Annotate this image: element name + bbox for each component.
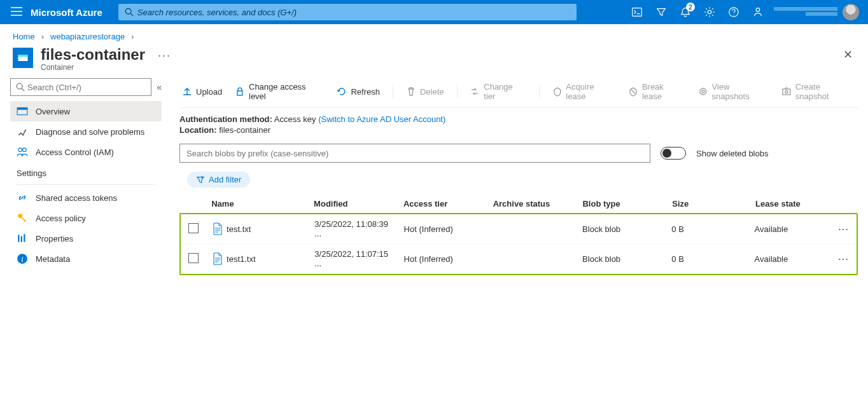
props-icon	[17, 233, 28, 244]
svg-point-0	[125, 8, 131, 14]
sidebar-item-metadata[interactable]: i Metadata	[10, 249, 162, 269]
svg-line-9	[22, 89, 24, 92]
sidebar-item-overview[interactable]: Overview	[10, 101, 162, 121]
chevron-right-icon: ›	[41, 32, 44, 41]
sidebar-item-diagnose[interactable]: Diagnose and solve problems	[10, 121, 162, 142]
svg-rect-23	[783, 89, 790, 95]
close-blade-button[interactable]: ✕	[843, 48, 853, 62]
add-filter-button[interactable]: Add filter	[187, 172, 250, 188]
col-modified[interactable]: Modified	[307, 194, 397, 214]
search-icon	[16, 83, 25, 92]
sidebar-item-label: Access Control (IAM)	[36, 147, 114, 157]
user-account[interactable]	[770, 4, 863, 20]
sidebar-item-sas[interactable]: Shared access tokens	[10, 188, 162, 208]
sidebar-section-settings: Settings	[10, 162, 162, 182]
svg-rect-11	[17, 108, 27, 110]
blob-search-input[interactable]	[179, 144, 650, 163]
col-blob-type[interactable]: Blob type	[576, 194, 666, 214]
refresh-button[interactable]: Refresh	[334, 85, 382, 98]
svg-point-22	[702, 90, 704, 93]
overview-icon	[17, 106, 28, 117]
sidebar-item-label: Overview	[36, 107, 70, 116]
container-icon	[13, 48, 33, 68]
page-title: files-container	[41, 46, 145, 63]
change-tier-button: Change tier	[467, 81, 528, 102]
sidebar-search[interactable]	[10, 78, 151, 96]
row-checkbox[interactable]	[188, 253, 199, 263]
col-size[interactable]: Size	[666, 194, 749, 214]
svg-text:i: i	[21, 255, 24, 264]
col-lease-state[interactable]: Lease state	[749, 194, 832, 214]
switch-auth-link[interactable]: (Switch to Azure AD User Account)	[318, 114, 445, 124]
sidebar-item-label: Metadata	[36, 254, 70, 264]
table-row[interactable]: test.txt3/25/2022, 11:08:39 ...Hot (Infe…	[181, 214, 857, 244]
help-icon[interactable]	[722, 0, 746, 24]
change-access-button[interactable]: Change access level	[232, 81, 326, 102]
cell-lease: Available	[748, 244, 831, 274]
break-lease-button: Break lease	[626, 81, 688, 102]
cloud-shell-icon[interactable]	[625, 0, 649, 24]
row-more-button[interactable]: ···	[838, 224, 849, 234]
svg-point-8	[17, 84, 22, 90]
cell-size: 0 B	[665, 244, 748, 274]
sidebar-item-iam[interactable]: Access Control (IAM)	[10, 142, 162, 162]
show-deleted-label: Show deleted blobs	[696, 149, 768, 158]
feedback-icon[interactable]	[746, 0, 770, 24]
view-snapshots-button: View snapshots	[696, 81, 771, 102]
sidebar-item-properties[interactable]: Properties	[10, 228, 162, 249]
hamburger-menu[interactable]	[5, 7, 28, 18]
sidebar-item-label: Properties	[36, 234, 73, 243]
settings-icon[interactable]	[697, 0, 722, 24]
cell-blob-type: Block blob	[576, 214, 665, 244]
sidebar-item-access-policy[interactable]: Access policy	[10, 208, 162, 228]
svg-rect-7	[18, 55, 28, 57]
col-archive-status[interactable]: Archive status	[487, 194, 577, 214]
cell-blob-type: Block blob	[576, 244, 665, 274]
collapse-sidebar-button[interactable]: «	[157, 82, 162, 92]
file-icon	[213, 252, 223, 265]
svg-point-21	[700, 88, 706, 95]
sidebar-item-label: Shared access tokens	[36, 193, 117, 203]
notification-badge: 2	[686, 3, 695, 11]
file-name: test.txt	[227, 224, 251, 234]
diagnose-icon	[17, 126, 28, 137]
auth-method-row: Authentication method: Access key (Switc…	[179, 108, 858, 125]
global-search-input[interactable]	[137, 8, 570, 17]
svg-point-13	[23, 148, 27, 152]
sidebar-search-input[interactable]	[27, 83, 146, 92]
info-icon: i	[17, 253, 28, 264]
filter-icon[interactable]	[649, 0, 673, 24]
page-more-button[interactable]: ···	[158, 49, 171, 62]
col-access-tier[interactable]: Access tier	[397, 194, 487, 214]
create-snapshot-button: Create snapshot	[779, 81, 858, 102]
upload-button[interactable]: Upload	[179, 85, 225, 98]
breadcrumb-home[interactable]: Home	[13, 32, 35, 41]
file-icon	[213, 222, 223, 235]
notifications-icon[interactable]: 2	[673, 0, 697, 24]
acquire-lease-button: Acquire lease	[550, 81, 619, 102]
table-row[interactable]: test1.txt3/25/2022, 11:07:15 ...Hot (Inf…	[181, 244, 857, 274]
cell-modified: 3/25/2022, 11:07:15 ...	[308, 244, 397, 274]
location-row: Location: files-container	[179, 125, 858, 140]
show-deleted-toggle[interactable]	[661, 147, 686, 160]
key-icon	[17, 212, 28, 224]
file-name: test1.txt	[227, 254, 256, 264]
row-more-button[interactable]: ···	[838, 254, 849, 264]
blob-table: Name Modified Access tier Archive status…	[179, 194, 858, 214]
row-checkbox[interactable]	[188, 223, 199, 233]
breadcrumb: Home › webapiazurestorage ›	[0, 24, 868, 45]
page-subtitle: Container	[41, 63, 145, 72]
cell-lease: Available	[748, 214, 831, 244]
cell-size: 0 B	[665, 214, 748, 244]
col-name[interactable]: Name	[205, 194, 307, 214]
svg-rect-2	[633, 8, 641, 17]
svg-point-12	[18, 148, 22, 152]
global-search[interactable]	[118, 4, 577, 20]
cell-archive-status	[487, 214, 576, 244]
cell-archive-status	[487, 244, 576, 274]
breadcrumb-storage[interactable]: webapiazurestorage	[50, 32, 125, 41]
brand-label: Microsoft Azure	[31, 7, 102, 18]
svg-point-5	[756, 8, 759, 11]
cell-modified: 3/25/2022, 11:08:39 ...	[308, 214, 397, 244]
iam-icon	[17, 146, 28, 158]
